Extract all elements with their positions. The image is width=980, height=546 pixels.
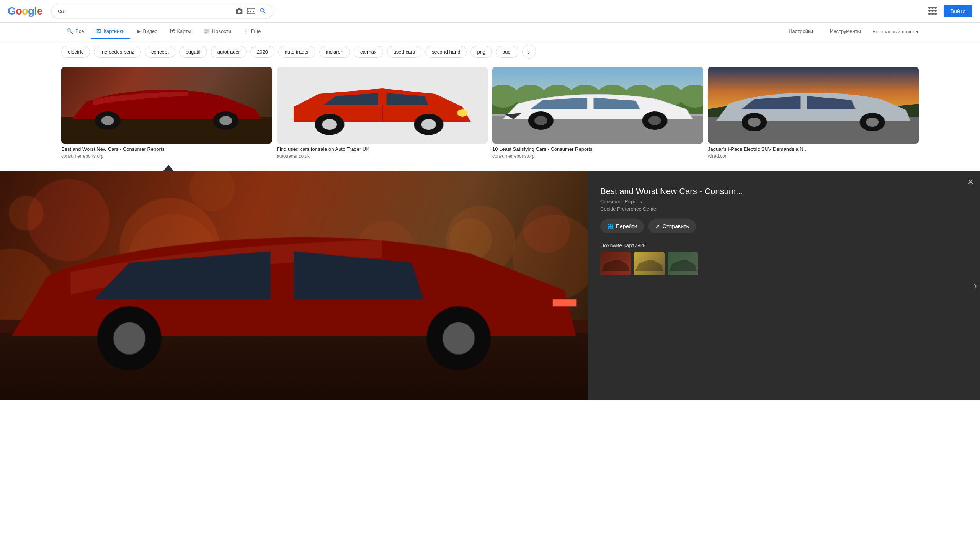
camera-search-button[interactable] <box>235 7 243 15</box>
similar-thumbs <box>600 252 968 275</box>
nav-tabs: 🔍 Все 🖼 Картинки ▶ Видео 🗺 Карты 📰 Новос… <box>0 23 980 41</box>
svg-rect-8 <box>253 11 254 12</box>
globe-icon: 🌐 <box>607 223 614 229</box>
svg-rect-3 <box>252 10 252 10</box>
search-input[interactable]: car <box>58 8 232 15</box>
settings-link[interactable]: Настройки <box>783 25 818 39</box>
chip-second-hand[interactable]: second hand <box>425 46 467 58</box>
tab-maps[interactable]: 🗺 Карты <box>164 25 196 39</box>
nav-right-controls: Настройки Инструменты Безопасный поиск ▾ <box>783 25 919 39</box>
header: Google car <box>0 0 980 23</box>
image-thumb-4 <box>708 67 919 144</box>
svg-rect-1 <box>248 10 249 10</box>
svg-rect-9 <box>249 13 253 13</box>
search-bar: car <box>51 4 273 18</box>
apps-button[interactable] <box>928 7 938 16</box>
image-thumb-3 <box>492 67 703 144</box>
chip-mclaren[interactable]: mclaren <box>319 46 350 58</box>
image-source-2: autotrader.co.uk <box>277 154 488 159</box>
chip-concept[interactable]: concept <box>145 46 175 58</box>
share-icon: ↗ <box>655 223 660 229</box>
image-title-3: 10 Least Satisfying Cars - Consumer Repo… <box>492 146 703 153</box>
chip-electric[interactable]: electric <box>61 46 90 58</box>
image-thumb-2 <box>277 67 488 144</box>
chip-audi[interactable]: audi <box>496 46 518 58</box>
maps-tab-icon: 🗺 <box>170 28 175 34</box>
triangle-container <box>0 163 980 171</box>
detail-info-panel: ✕ Best and Worst New Cars - Consum... Co… <box>588 171 980 400</box>
video-tab-icon: ▶ <box>137 28 141 34</box>
news-tab-icon: 📰 <box>204 28 210 34</box>
filter-chips: electric mercedes benz concept bugatti a… <box>0 41 980 62</box>
similar-thumb-3[interactable] <box>668 252 698 275</box>
tab-all[interactable]: 🔍 Все <box>61 24 89 39</box>
similar-label: Похожие картинки <box>600 242 968 248</box>
image-card-2[interactable]: Find used cars for sale on Auto Trader U… <box>277 67 488 159</box>
image-title-2: Find used cars for sale on Auto Trader U… <box>277 146 488 153</box>
tab-more-label: Ещё <box>251 28 261 34</box>
similar-thumb-1[interactable] <box>600 252 631 275</box>
detail-image-area <box>0 171 588 400</box>
tab-news-label: Новости <box>212 28 231 34</box>
image-title-4: Jaguar's I-Pace Electric SUV Demands a N… <box>708 146 919 153</box>
goto-button[interactable]: 🌐 Перейти <box>600 219 644 233</box>
svg-rect-2 <box>250 10 251 10</box>
chip-mercedes-benz[interactable]: mercedes benz <box>94 46 141 58</box>
image-card-4[interactable]: Jaguar's I-Pace Electric SUV Demands a N… <box>708 67 919 159</box>
detail-title: Best and Worst New Cars - Consum... <box>600 186 968 196</box>
detail-actions: 🌐 Перейти ↗ Отправить <box>600 219 968 233</box>
svg-rect-4 <box>253 10 254 10</box>
tab-more[interactable]: ⋮ Ещё <box>238 25 266 39</box>
share-label: Отправить <box>662 223 689 229</box>
chip-used-cars[interactable]: used cars <box>387 46 421 58</box>
chip-2020[interactable]: 2020 <box>250 46 274 58</box>
keyboard-button[interactable] <box>247 8 255 14</box>
signin-button[interactable]: Войти <box>944 5 972 17</box>
image-grid: Best and Worst New Cars - Consumer Repor… <box>0 62 980 163</box>
tab-all-label: Все <box>75 28 84 34</box>
detail-next-button[interactable]: › <box>970 272 980 299</box>
tab-video[interactable]: ▶ Видео <box>132 25 163 39</box>
tab-news[interactable]: 📰 Новости <box>198 25 237 39</box>
chips-next-button[interactable]: › <box>522 45 536 59</box>
chip-autotrader[interactable]: autotrader <box>211 46 247 58</box>
svg-rect-6 <box>250 11 251 12</box>
header-right: Войти <box>928 5 972 17</box>
tools-link[interactable]: Инструменты <box>825 25 866 39</box>
tab-video-label: Видео <box>143 28 158 34</box>
image-source-3: consumerreports.org <box>492 154 703 159</box>
image-source-1: consumerreports.org <box>61 154 272 159</box>
similar-thumb-2[interactable] <box>634 252 665 275</box>
chip-png[interactable]: png <box>470 46 492 58</box>
more-icon: ⋮ <box>243 28 248 34</box>
tab-images-label: Картинки <box>103 28 124 34</box>
chip-auto-trader[interactable]: auto trader <box>278 46 315 58</box>
detail-source: Consumer Reports <box>600 199 968 204</box>
tab-images[interactable]: 🖼 Картинки <box>91 25 130 39</box>
detail-image-canvas <box>0 171 588 400</box>
image-source-4: wired.com <box>708 154 919 159</box>
detail-cookie-label: Cookie Preference Center <box>600 206 968 212</box>
image-thumb-1 <box>61 67 272 144</box>
detail-pointer <box>163 165 174 171</box>
goto-label: Перейти <box>616 223 637 229</box>
images-tab-icon: 🖼 <box>96 28 101 34</box>
image-card-3[interactable]: 10 Least Satisfying Cars - Consumer Repo… <box>492 67 703 159</box>
svg-rect-7 <box>252 11 252 12</box>
image-card-1[interactable]: Best and Worst New Cars - Consumer Repor… <box>61 67 272 159</box>
safe-search-link[interactable]: Безопасный поиск ▾ <box>872 29 919 34</box>
chip-carmax[interactable]: carmax <box>354 46 383 58</box>
search-submit-button[interactable] <box>259 7 267 15</box>
detail-panel: ✕ Best and Worst New Cars - Consum... Co… <box>0 171 980 400</box>
tab-maps-label: Карты <box>177 28 191 34</box>
share-button[interactable]: ↗ Отправить <box>648 219 696 233</box>
chip-bugatti[interactable]: bugatti <box>179 46 207 58</box>
image-title-1: Best and Worst New Cars - Consumer Repor… <box>61 146 272 153</box>
search-tab-icon: 🔍 <box>67 28 73 34</box>
google-logo[interactable]: Google <box>8 5 42 17</box>
svg-rect-5 <box>248 11 249 12</box>
detail-close-button[interactable]: ✕ <box>967 177 974 187</box>
